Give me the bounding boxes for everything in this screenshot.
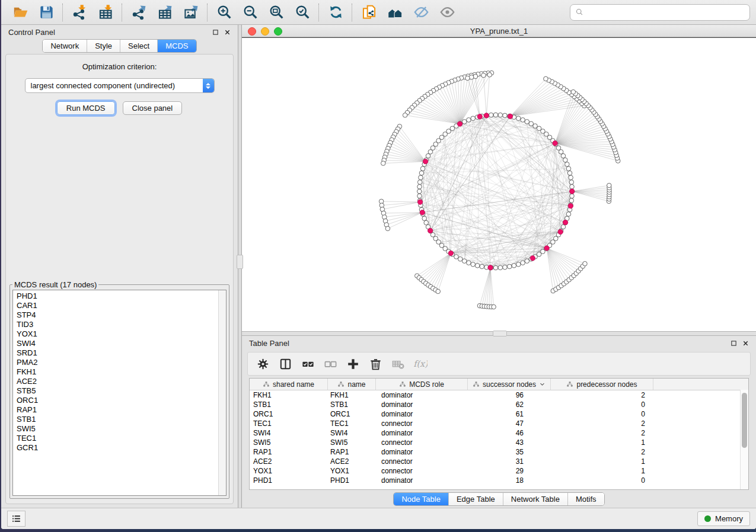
task-history-button[interactable] <box>7 511 25 527</box>
save-session-button[interactable] <box>33 2 59 23</box>
export-table-button[interactable] <box>152 2 178 23</box>
tab-network[interactable]: Network <box>43 40 87 52</box>
mcds-result-item[interactable]: SWI4 <box>17 339 218 348</box>
mcds-result-item[interactable]: CAR1 <box>17 301 218 310</box>
mcds-result-item[interactable]: STB1 <box>17 415 218 424</box>
mcds-result-item[interactable]: PMA2 <box>17 358 218 367</box>
zoom-in-button[interactable] <box>211 2 237 23</box>
mcds-result-item[interactable]: TID3 <box>17 320 218 329</box>
close-window-icon[interactable] <box>248 27 256 36</box>
zoom-selected-button[interactable] <box>289 2 315 23</box>
hide-selected-button[interactable] <box>408 2 434 23</box>
maximize-window-icon[interactable] <box>274 27 282 36</box>
mcds-result-item[interactable]: SRD1 <box>17 348 218 358</box>
float-panel-icon[interactable] <box>731 340 737 347</box>
column-header-shared-name[interactable]: shared name <box>250 379 328 390</box>
table-row[interactable]: SWI4SWI4dominator462 <box>250 428 748 438</box>
delete-column-button[interactable] <box>364 354 387 374</box>
list-icon <box>11 514 21 524</box>
mcds-result-item[interactable]: SWI5 <box>17 424 218 434</box>
import-network-button[interactable] <box>66 2 92 23</box>
network-graph[interactable] <box>242 38 756 331</box>
zoom-out-icon <box>243 4 259 20</box>
table-row[interactable]: ORC1ORC1dominator610 <box>250 409 748 419</box>
refresh-button[interactable] <box>323 2 349 23</box>
settings-button[interactable] <box>251 354 274 374</box>
deselect-all-button[interactable] <box>319 354 342 374</box>
first-neighbors-button[interactable] <box>382 2 408 23</box>
tree-icon <box>263 381 270 388</box>
table-row[interactable]: SWI5SWI5connector431 <box>250 438 748 447</box>
zoom-out-button[interactable] <box>237 2 263 23</box>
close-panel-icon[interactable] <box>742 340 749 347</box>
table-row[interactable]: TEC1TEC1connector472 <box>250 419 748 428</box>
tab-motifs[interactable]: Motifs <box>567 493 604 505</box>
mcds-result-item[interactable]: TEC1 <box>17 434 218 443</box>
cell-successor_nodes: 62 <box>468 400 551 409</box>
column-header-successor-nodes[interactable]: successor nodes <box>468 379 551 390</box>
minimize-window-icon[interactable] <box>261 27 269 36</box>
mcds-result-item[interactable]: STB5 <box>17 386 218 396</box>
mcds-result-item[interactable]: GCR1 <box>17 443 218 453</box>
table-row[interactable]: FKH1FKH1dominator962 <box>250 390 748 400</box>
search-box[interactable] <box>570 4 750 21</box>
close-panel-icon[interactable] <box>224 29 231 36</box>
mcds-result-item[interactable]: ACE2 <box>17 377 218 386</box>
import-table-button[interactable] <box>92 2 119 23</box>
column-header-MCDS-role[interactable]: MCDS role <box>376 379 468 390</box>
float-panel-icon[interactable] <box>212 29 219 36</box>
function-builder-icon: f(x) <box>414 357 428 371</box>
export-image-button[interactable] <box>178 2 204 23</box>
network-canvas[interactable] <box>242 37 756 331</box>
tree-icon <box>473 381 480 388</box>
optimization-criterion-select[interactable]: largest connected component (undirected) <box>25 78 215 93</box>
export-network-button[interactable] <box>126 2 152 23</box>
vertical-splitter[interactable] <box>238 25 242 508</box>
table-row[interactable]: RAP1RAP1dominator352 <box>250 447 748 457</box>
run-mcds-button[interactable]: Run MCDS <box>57 101 115 115</box>
column-header-label: shared name <box>273 380 314 389</box>
mcds-result-item[interactable]: YOX1 <box>17 329 218 339</box>
duplicate-network-button[interactable] <box>356 2 382 23</box>
table-scrollbar[interactable] <box>740 390 748 489</box>
mcds-result-item[interactable]: STP4 <box>17 310 218 320</box>
tab-select[interactable]: Select <box>120 40 157 52</box>
cell-successor_nodes: 31 <box>468 457 551 466</box>
table-row[interactable]: YOX1YOX1connector291 <box>250 466 748 476</box>
columns-button[interactable] <box>274 354 296 374</box>
main-toolbar <box>1 0 756 25</box>
tab-mcds[interactable]: MCDS <box>157 40 196 52</box>
select-all-button[interactable] <box>296 354 319 374</box>
table-row[interactable]: PHD1PHD1dominator180 <box>250 476 748 485</box>
table-row[interactable]: ACE2ACE2connector311 <box>250 457 748 466</box>
mcds-result-item[interactable]: RAP1 <box>17 405 218 415</box>
cell-successor_nodes: 43 <box>468 438 551 447</box>
vertical-splitter-grip[interactable] <box>237 255 243 269</box>
zoom-fit-button[interactable] <box>263 2 289 23</box>
search-input[interactable] <box>587 7 745 17</box>
mcds-result-item[interactable]: FKH1 <box>17 367 218 377</box>
cell-mcds_role: dominator <box>376 476 468 485</box>
mcds-result-item[interactable]: PHD1 <box>17 291 218 301</box>
tab-style[interactable]: Style <box>87 40 120 52</box>
open-file-button[interactable] <box>7 2 33 23</box>
horizontal-splitter[interactable] <box>242 331 756 336</box>
tab-network-table[interactable]: Network Table <box>503 493 567 505</box>
close-panel-button[interactable]: Close panel <box>123 101 183 115</box>
mcds-result-item[interactable]: ORC1 <box>17 396 218 405</box>
tab-node-table[interactable]: Node Table <box>394 493 448 505</box>
table-row[interactable]: STB1STB1dominator620 <box>250 400 748 409</box>
column-header-label: MCDS role <box>409 380 444 389</box>
tab-edge-table[interactable]: Edge Table <box>448 493 503 505</box>
horizontal-splitter-grip[interactable] <box>493 331 507 336</box>
show-all-button[interactable] <box>434 2 460 23</box>
add-column-button[interactable] <box>342 354 364 374</box>
tree-icon <box>337 381 344 388</box>
column-header-name[interactable]: name <box>328 379 376 390</box>
memory-button[interactable]: Memory <box>697 511 750 526</box>
cell-mcds_role: dominator <box>376 448 468 456</box>
table-scrollbar-thumb[interactable] <box>742 393 747 448</box>
column-header-predecessor-nodes[interactable]: predecessor nodes <box>551 379 653 390</box>
mcds-list-scrollbar[interactable] <box>218 290 226 495</box>
zoom-selected-icon <box>295 4 311 20</box>
